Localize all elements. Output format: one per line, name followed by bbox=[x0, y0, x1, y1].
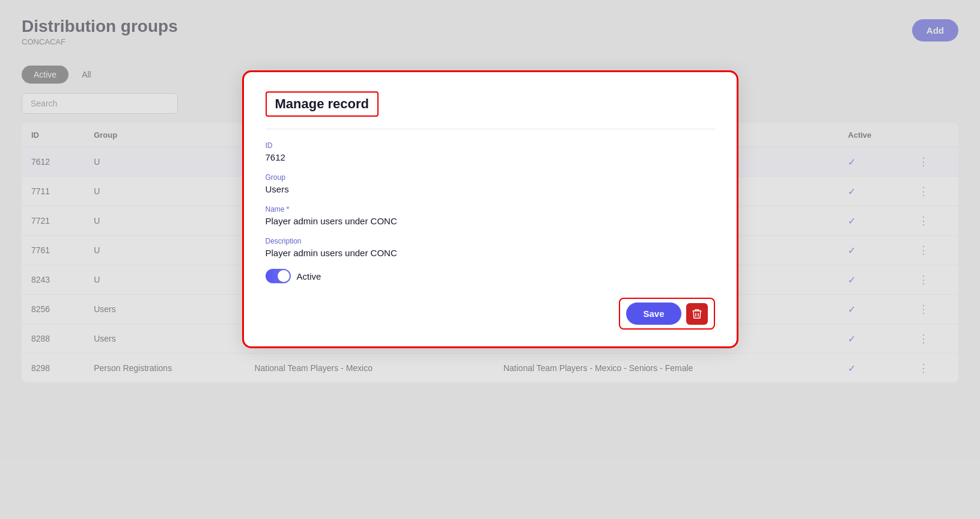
active-toggle-row: Active bbox=[266, 269, 715, 283]
modal-divider bbox=[266, 129, 715, 129]
modal-title: Manage record bbox=[275, 96, 370, 111]
name-field-label: Name * bbox=[266, 205, 715, 213]
id-field-value: 7612 bbox=[266, 152, 715, 162]
toggle-knob bbox=[278, 270, 290, 282]
manage-record-modal: Manage record ID 7612 Group Users Name *… bbox=[244, 72, 737, 346]
name-field-value[interactable]: Player admin users under CONC bbox=[266, 216, 715, 226]
name-field-group: Name * Player admin users under CONC bbox=[266, 205, 715, 226]
description-field-value[interactable]: Player admin users under CONC bbox=[266, 248, 715, 258]
delete-button[interactable] bbox=[686, 303, 708, 325]
modal-footer: Save bbox=[266, 298, 715, 330]
active-toggle-label: Active bbox=[297, 271, 321, 281]
modal-overlay: Manage record ID 7612 Group Users Name *… bbox=[0, 0, 980, 519]
modal-title-box: Manage record bbox=[266, 91, 379, 117]
description-field-group: Description Player admin users under CON… bbox=[266, 237, 715, 258]
group-field-label: Group bbox=[266, 173, 715, 182]
id-field-label: ID bbox=[266, 141, 715, 150]
group-field-group: Group Users bbox=[266, 173, 715, 194]
trash-icon bbox=[692, 309, 702, 319]
save-button[interactable]: Save bbox=[626, 302, 681, 325]
group-field-value: Users bbox=[266, 184, 715, 194]
active-toggle[interactable] bbox=[266, 269, 291, 283]
footer-action-box: Save bbox=[619, 298, 714, 330]
description-field-label: Description bbox=[266, 237, 715, 245]
id-field-group: ID 7612 bbox=[266, 141, 715, 162]
